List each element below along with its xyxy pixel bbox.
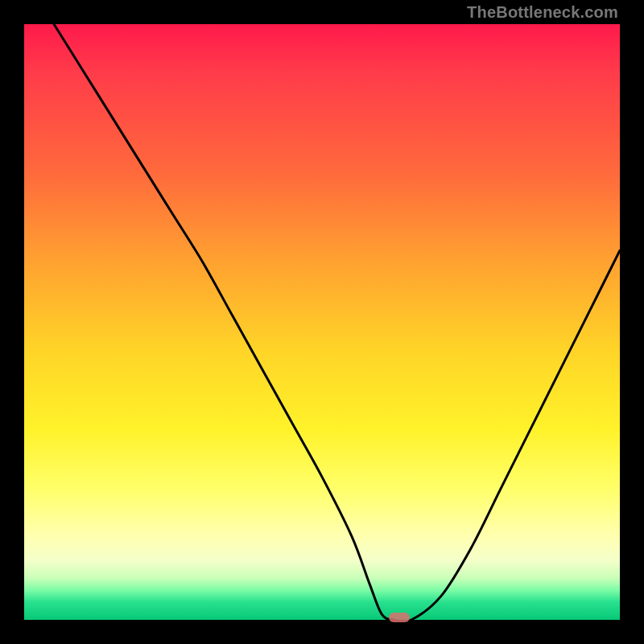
optimal-marker (389, 613, 410, 622)
watermark-text: TheBottleneck.com (467, 3, 618, 22)
bottleneck-curve (24, 24, 620, 620)
chart-frame: TheBottleneck.com (0, 0, 644, 644)
plot-area (24, 24, 620, 620)
